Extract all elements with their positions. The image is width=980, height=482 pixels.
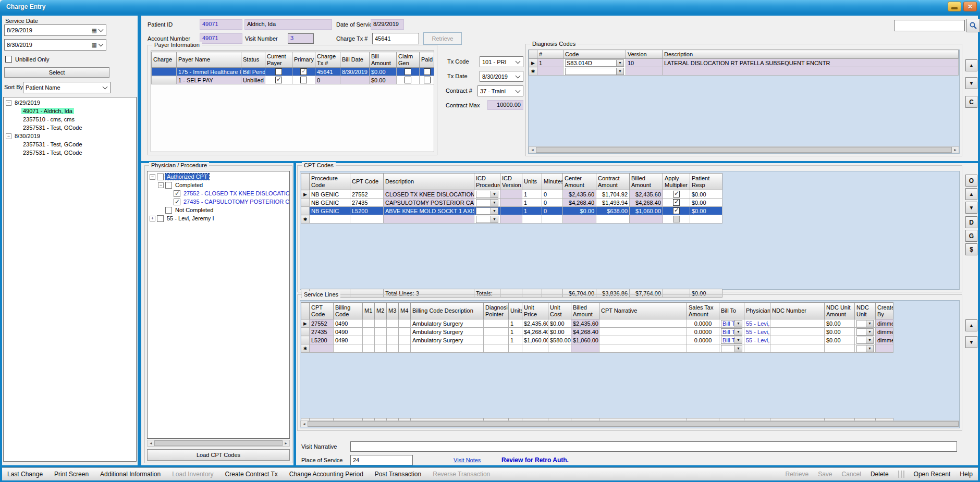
cpt-grid-cell-description[interactable] bbox=[384, 215, 474, 224]
service-grid-cell-create_by[interactable]: dimme bbox=[876, 319, 893, 328]
cpt-grid-cell-contract_amount[interactable]: $638.00 bbox=[596, 207, 630, 215]
search-input[interactable] bbox=[894, 20, 965, 31]
payer-grid-header-paid[interactable]: Paid bbox=[420, 52, 434, 68]
cell-combo[interactable]: ▼ bbox=[476, 207, 498, 215]
tree-checkbox-checked[interactable] bbox=[174, 199, 180, 205]
cpt-grid-cell-icd_procedure[interactable]: ▼ bbox=[474, 215, 500, 224]
service-grid-cell-rowhead[interactable]: ▶ bbox=[301, 319, 310, 328]
diagnosis-c-button[interactable]: C bbox=[965, 96, 977, 108]
statusbar-post-transaction[interactable]: Post Transaction bbox=[375, 471, 421, 478]
checkbox[interactable] bbox=[673, 216, 680, 223]
service-grid-cell-sales_tax[interactable]: 0.0000 bbox=[687, 328, 719, 336]
tree-item[interactable]: +55 - Levi, Jeremy I bbox=[148, 214, 289, 223]
service-grid-cell-cpt_narrative[interactable] bbox=[599, 328, 687, 336]
load-cpt-codes-button[interactable]: Load CPT Codes bbox=[147, 449, 290, 461]
payer-grid-header-charge[interactable]: Charge bbox=[152, 52, 177, 68]
diagnosis-grid-cell-code[interactable]: S83.014D▼ bbox=[564, 59, 626, 67]
diagnosis-grid-header-description[interactable]: Description bbox=[663, 50, 959, 59]
cpt-down-button[interactable]: ▼ bbox=[965, 202, 977, 214]
tree-item[interactable]: 2357531 - Test, GCode bbox=[4, 140, 136, 149]
cell-combo[interactable]: S83.014D▼ bbox=[565, 59, 624, 67]
charge-tx-input[interactable] bbox=[372, 33, 419, 44]
payer-grid-cell-primary[interactable] bbox=[292, 76, 315, 84]
procedure-h-scrollbar[interactable]: ◄ ► bbox=[147, 440, 290, 447]
scrollbar-thumb[interactable] bbox=[536, 147, 952, 153]
dropdown-arrow-icon[interactable]: ▼ bbox=[491, 200, 498, 206]
service-grid-cell-billing_code[interactable]: 0490 bbox=[334, 328, 363, 336]
visit-notes-link[interactable]: Visit Notes bbox=[454, 457, 481, 463]
service-grid-cell-bill_to[interactable]: ▼ bbox=[719, 344, 744, 353]
retrieve-button[interactable]: Retrieve bbox=[423, 32, 462, 45]
service-grid-cell-ndc_unit_amount[interactable]: $0.00 bbox=[825, 319, 855, 328]
payer-grid-cell-status[interactable]: Unbilled bbox=[241, 76, 265, 84]
cell-combo[interactable]: ▼ bbox=[476, 199, 498, 206]
cpt-grid-header-units[interactable]: Units bbox=[522, 174, 542, 190]
service-grid-cell-m4[interactable] bbox=[399, 336, 411, 344]
service-grid-cell-create_by[interactable]: dimme bbox=[876, 328, 893, 336]
service-grid-cell-ndc_unit[interactable]: ▼ bbox=[855, 328, 876, 336]
service-grid-cell-sales_tax[interactable] bbox=[687, 344, 719, 353]
service-grid-cell-diag_ptr[interactable] bbox=[484, 336, 509, 344]
cpt-d-button[interactable]: D bbox=[965, 216, 977, 228]
payer-grid-cell-bill_date[interactable]: 8/30/2019 bbox=[340, 68, 370, 76]
cpt-grid-cell-patient_resp[interactable]: $0.00 bbox=[690, 190, 722, 199]
service-grid-cell-cpt_code[interactable]: L5200 bbox=[310, 336, 334, 344]
cell-combo[interactable]: ▼ bbox=[476, 216, 498, 223]
diagnosis-grid-header-code[interactable]: Code bbox=[564, 50, 626, 59]
cpt-grid-cell-cpt_code[interactable]: 27435 bbox=[350, 199, 384, 207]
search-button[interactable] bbox=[966, 19, 980, 32]
payer-grid-cell-payer_name[interactable]: 175 - Immel Healthcare H bbox=[177, 68, 241, 76]
service-grid-cell-ndc_unit_amount[interactable]: $0.00 bbox=[825, 328, 855, 336]
cpt-grid-header-apply_multiplier[interactable]: Apply Multiplier bbox=[663, 174, 690, 190]
cell-combo[interactable]: ▼ bbox=[565, 68, 624, 75]
service-down-button[interactable]: ▼ bbox=[965, 336, 977, 348]
scroll-right-icon[interactable]: ► bbox=[283, 440, 289, 446]
service-grid-cell-m2[interactable] bbox=[375, 328, 387, 336]
cpt-grid-cell-procedure_code[interactable]: NB GENIC bbox=[310, 199, 350, 207]
statusbar-change-accounting-period[interactable]: Change Accounting Period bbox=[289, 471, 363, 478]
dropdown-arrow-icon[interactable]: ▼ bbox=[616, 60, 623, 66]
service-date-from-picker[interactable]: 8/29/2019 ▦ bbox=[4, 24, 106, 36]
service-grid-cell-m3[interactable] bbox=[387, 336, 399, 344]
service-grid-cell-cpt_code[interactable] bbox=[310, 344, 334, 353]
cpt-grid-cell-patient_resp[interactable]: $0.00 bbox=[690, 199, 722, 207]
tree-checkbox-checked[interactable] bbox=[174, 190, 180, 197]
cpt-grid-cell-description[interactable]: CAPSULOTOMY POSTERIOR CAPS bbox=[384, 199, 474, 207]
tree-item[interactable]: −Authorized CPT bbox=[148, 172, 289, 181]
cpt-grid-cell-units[interactable]: 1 bbox=[522, 190, 542, 199]
statusbar-last-change[interactable]: Last Change bbox=[7, 471, 43, 478]
cpt-grid-cell-apply_multiplier[interactable] bbox=[663, 190, 690, 199]
dropdown-arrow-icon[interactable]: ▼ bbox=[866, 329, 873, 335]
checkbox[interactable] bbox=[424, 77, 431, 83]
cpt-grid-header-icd_version[interactable]: ICD Version bbox=[500, 174, 522, 190]
collapse-icon[interactable]: − bbox=[158, 182, 164, 188]
service-grid-header-ndc_unit[interactable]: NDC Unit bbox=[855, 303, 876, 319]
service-date-to-picker[interactable]: 8/30/2019 ▦ bbox=[4, 39, 106, 51]
cpt-grid-cell-billed_amount[interactable] bbox=[630, 215, 663, 224]
cpt-g-button[interactable]: G bbox=[965, 230, 977, 242]
service-grid-cell-m1[interactable] bbox=[363, 336, 375, 344]
tree-checkbox[interactable] bbox=[157, 215, 164, 222]
diagnosis-grid-cell-rowhead[interactable]: ▶ bbox=[529, 59, 537, 67]
dropdown-arrow-icon[interactable]: ▼ bbox=[866, 337, 873, 343]
service-grid-cell-billing_code[interactable]: 0490 bbox=[334, 336, 363, 344]
cell-combo[interactable]: Bill Th▼ bbox=[721, 337, 742, 344]
service-grid-cell-rowhead[interactable]: ✱ bbox=[301, 344, 310, 353]
close-button[interactable]: ✕ bbox=[963, 2, 977, 11]
cpt-grid-header-minutes[interactable]: Minutes bbox=[542, 174, 563, 190]
service-grid-cell-units[interactable]: 1 bbox=[509, 328, 522, 336]
service-grid-cell-bill_to[interactable]: Bill Th▼ bbox=[719, 328, 744, 336]
statusbar-print-screen[interactable]: Print Screen bbox=[54, 471, 89, 478]
service-grid-cell-m1[interactable] bbox=[363, 328, 375, 336]
service-grid-cell-bc_desc[interactable] bbox=[411, 344, 484, 353]
payer-grid-header-bill_date[interactable]: Bill Date bbox=[340, 52, 370, 68]
cpt-grid-cell-units[interactable]: 1 bbox=[522, 199, 542, 207]
service-grid-cell-physician[interactable]: 55 - Levi, J bbox=[744, 319, 770, 328]
service-grid-cell-bc_desc[interactable]: Ambulatory Surgery bbox=[411, 328, 484, 336]
statusbar-additional-information[interactable]: Additional Information bbox=[100, 471, 161, 478]
cpt-grid-cell-rowhead[interactable]: ✱ bbox=[301, 215, 310, 224]
cpt-grid-cell-cpt_code[interactable]: L5200 bbox=[350, 207, 384, 215]
diagnosis-up-button[interactable]: ▲ bbox=[965, 59, 977, 71]
service-grid-cell-rowhead[interactable] bbox=[301, 328, 310, 336]
payer-grid-header-bill_amount[interactable]: Bill Amount bbox=[370, 52, 397, 68]
